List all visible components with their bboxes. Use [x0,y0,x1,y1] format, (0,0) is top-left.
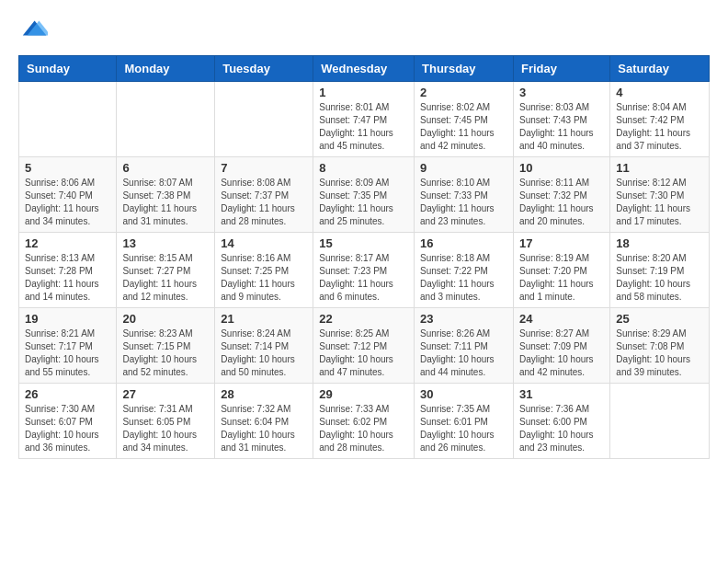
day-info: Sunrise: 8:03 AM Sunset: 7:43 PM Dayligh… [519,101,604,153]
day-number: 28 [221,387,307,401]
day-info: Sunrise: 8:23 AM Sunset: 7:15 PM Dayligh… [122,327,209,379]
day-info: Sunrise: 7:35 AM Sunset: 6:01 PM Dayligh… [420,403,507,454]
day-number: 5 [25,161,110,175]
day-info: Sunrise: 7:30 AM Sunset: 6:07 PM Dayligh… [25,403,110,454]
header [18,15,710,44]
day-number: 19 [25,312,110,326]
day-info: Sunrise: 8:09 AM Sunset: 7:35 PM Dayligh… [319,177,408,228]
day-info: Sunrise: 8:02 AM Sunset: 7:45 PM Dayligh… [420,101,507,153]
table-row: 11Sunrise: 8:12 AM Sunset: 7:30 PM Dayli… [610,157,710,233]
day-number: 12 [25,236,110,250]
table-row: 4Sunrise: 8:04 AM Sunset: 7:42 PM Daylig… [610,82,710,157]
table-row [117,82,215,157]
col-saturday: Saturday [610,56,710,82]
day-number: 21 [221,312,307,326]
table-row: 5Sunrise: 8:06 AM Sunset: 7:40 PM Daylig… [19,157,117,233]
table-row: 7Sunrise: 8:08 AM Sunset: 7:37 PM Daylig… [215,157,313,233]
table-row: 25Sunrise: 8:29 AM Sunset: 7:08 PM Dayli… [610,308,710,384]
day-info: Sunrise: 8:06 AM Sunset: 7:40 PM Dayligh… [25,177,110,228]
day-number: 17 [519,236,604,250]
day-number: 14 [221,236,307,250]
day-number: 18 [616,236,703,250]
table-row [215,82,313,157]
day-info: Sunrise: 8:29 AM Sunset: 7:08 PM Dayligh… [616,327,703,379]
day-number: 8 [319,161,408,175]
table-row: 31Sunrise: 7:36 AM Sunset: 6:00 PM Dayli… [513,384,609,459]
table-row: 19Sunrise: 8:21 AM Sunset: 7:17 PM Dayli… [19,308,117,384]
table-row: 16Sunrise: 8:18 AM Sunset: 7:22 PM Dayli… [415,233,514,308]
day-number: 1 [319,86,408,99]
table-row: 21Sunrise: 8:24 AM Sunset: 7:14 PM Dayli… [215,308,313,384]
day-number: 15 [319,236,408,250]
col-friday: Friday [513,56,609,82]
day-info: Sunrise: 8:25 AM Sunset: 7:12 PM Dayligh… [319,327,408,379]
col-tuesday: Tuesday [215,56,313,82]
calendar-week-row: 26Sunrise: 7:30 AM Sunset: 6:07 PM Dayli… [19,384,710,459]
day-number: 7 [221,161,307,175]
day-info: Sunrise: 8:15 AM Sunset: 7:27 PM Dayligh… [122,252,209,304]
day-number: 30 [420,387,507,401]
day-number: 9 [420,161,507,175]
table-row: 18Sunrise: 8:20 AM Sunset: 7:19 PM Dayli… [610,233,710,308]
calendar-week-row: 12Sunrise: 8:13 AM Sunset: 7:28 PM Dayli… [19,233,710,308]
calendar-week-row: 5Sunrise: 8:06 AM Sunset: 7:40 PM Daylig… [19,157,710,233]
table-row: 6Sunrise: 8:07 AM Sunset: 7:38 PM Daylig… [117,157,215,233]
day-number: 13 [122,236,209,250]
table-row: 26Sunrise: 7:30 AM Sunset: 6:07 PM Dayli… [19,384,117,459]
day-info: Sunrise: 8:21 AM Sunset: 7:17 PM Dayligh… [25,327,110,379]
table-row: 10Sunrise: 8:11 AM Sunset: 7:32 PM Dayli… [513,157,609,233]
day-number: 16 [420,236,507,250]
day-info: Sunrise: 8:16 AM Sunset: 7:25 PM Dayligh… [221,252,307,304]
col-monday: Monday [117,56,215,82]
day-info: Sunrise: 7:32 AM Sunset: 6:04 PM Dayligh… [221,403,307,454]
calendar-week-row: 19Sunrise: 8:21 AM Sunset: 7:17 PM Dayli… [19,308,710,384]
day-info: Sunrise: 8:04 AM Sunset: 7:42 PM Dayligh… [616,101,703,153]
table-row: 9Sunrise: 8:10 AM Sunset: 7:33 PM Daylig… [415,157,514,233]
table-row: 20Sunrise: 8:23 AM Sunset: 7:15 PM Dayli… [117,308,215,384]
day-number: 29 [319,387,408,401]
calendar-header-row: Sunday Monday Tuesday Wednesday Thursday… [19,56,710,82]
day-number: 31 [519,387,604,401]
table-row: 1Sunrise: 8:01 AM Sunset: 7:47 PM Daylig… [313,82,415,157]
day-info: Sunrise: 8:12 AM Sunset: 7:30 PM Dayligh… [616,177,703,228]
day-info: Sunrise: 8:18 AM Sunset: 7:22 PM Dayligh… [420,252,507,304]
col-wednesday: Wednesday [313,56,415,82]
page: Sunday Monday Tuesday Wednesday Thursday… [0,0,728,563]
day-number: 6 [122,161,209,175]
day-number: 22 [319,312,408,326]
day-number: 23 [420,312,507,326]
table-row: 28Sunrise: 7:32 AM Sunset: 6:04 PM Dayli… [215,384,313,459]
table-row: 23Sunrise: 8:26 AM Sunset: 7:11 PM Dayli… [415,308,514,384]
day-info: Sunrise: 8:26 AM Sunset: 7:11 PM Dayligh… [420,327,507,379]
day-number: 10 [519,161,604,175]
day-info: Sunrise: 8:17 AM Sunset: 7:23 PM Dayligh… [319,252,408,304]
day-info: Sunrise: 8:07 AM Sunset: 7:38 PM Dayligh… [122,177,209,228]
day-info: Sunrise: 7:36 AM Sunset: 6:00 PM Dayligh… [519,403,604,454]
table-row: 14Sunrise: 8:16 AM Sunset: 7:25 PM Dayli… [215,233,313,308]
day-info: Sunrise: 8:20 AM Sunset: 7:19 PM Dayligh… [616,252,703,304]
table-row: 24Sunrise: 8:27 AM Sunset: 7:09 PM Dayli… [513,308,609,384]
table-row: 8Sunrise: 8:09 AM Sunset: 7:35 PM Daylig… [313,157,415,233]
day-info: Sunrise: 8:24 AM Sunset: 7:14 PM Dayligh… [221,327,307,379]
table-row: 13Sunrise: 8:15 AM Sunset: 7:27 PM Dayli… [117,233,215,308]
table-row: 2Sunrise: 8:02 AM Sunset: 7:45 PM Daylig… [415,82,514,157]
table-row: 15Sunrise: 8:17 AM Sunset: 7:23 PM Dayli… [313,233,415,308]
table-row: 30Sunrise: 7:35 AM Sunset: 6:01 PM Dayli… [415,384,514,459]
logo [18,15,51,44]
day-info: Sunrise: 8:11 AM Sunset: 7:32 PM Dayligh… [519,177,604,228]
table-row: 27Sunrise: 7:31 AM Sunset: 6:05 PM Dayli… [117,384,215,459]
table-row [19,82,117,157]
day-number: 26 [25,387,110,401]
table-row: 22Sunrise: 8:25 AM Sunset: 7:12 PM Dayli… [313,308,415,384]
logo-icon [18,15,48,44]
day-number: 27 [122,387,209,401]
day-number: 25 [616,312,703,326]
day-info: Sunrise: 8:27 AM Sunset: 7:09 PM Dayligh… [519,327,604,379]
col-sunday: Sunday [19,56,117,82]
day-info: Sunrise: 8:10 AM Sunset: 7:33 PM Dayligh… [420,177,507,228]
day-number: 2 [420,86,507,99]
day-number: 24 [519,312,604,326]
day-info: Sunrise: 8:19 AM Sunset: 7:20 PM Dayligh… [519,252,604,304]
day-info: Sunrise: 8:08 AM Sunset: 7:37 PM Dayligh… [221,177,307,228]
day-number: 11 [616,161,703,175]
